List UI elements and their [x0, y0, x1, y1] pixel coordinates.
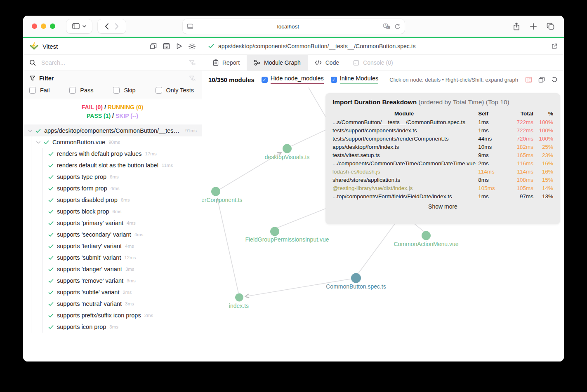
tab-module-graph[interactable]: Module Graph: [247, 55, 308, 70]
search-input[interactable]: [40, 59, 184, 66]
test-case-row[interactable]: supports 'tertiary' variant4ms: [42, 240, 202, 252]
test-case-row[interactable]: supports 'danger' variant3ms: [42, 263, 202, 275]
test-case-row[interactable]: supports form prop4ms: [42, 183, 202, 194]
module-node-label[interactable]: erComponent.ts: [202, 197, 243, 203]
test-case-duration: 3ms: [125, 267, 134, 272]
layout-icon[interactable]: [538, 77, 545, 83]
module-edge: [276, 207, 329, 228]
test-case-row[interactable]: renders default slot as the button label…: [42, 160, 202, 171]
run-all-icon[interactable]: [176, 43, 182, 49]
collapse-windows-icon[interactable]: [150, 43, 157, 49]
minimize-window-button[interactable]: [41, 23, 46, 29]
module-node-label[interactable]: CommonButton.spec.ts: [326, 283, 386, 290]
module-node[interactable]: [270, 227, 279, 236]
new-tab-icon[interactable]: [530, 23, 537, 30]
tab-console[interactable]: Console (0): [346, 55, 400, 70]
browser-sidebar-toggle[interactable]: [66, 19, 92, 33]
hide-node-modules-checkbox[interactable]: ✓ Hide node_modules: [262, 75, 324, 84]
translate-icon[interactable]: Ax: [383, 23, 390, 30]
tab-report[interactable]: Report: [206, 55, 247, 70]
test-case-duration: 6ms: [113, 209, 122, 214]
filter-pass-checkbox[interactable]: Pass: [69, 87, 93, 94]
page-icon[interactable]: [187, 23, 193, 29]
module-node[interactable]: [211, 187, 220, 196]
total-time: 97ms: [504, 192, 533, 200]
import-duration-row[interactable]: tests/vitest.setup.ts9ms165ms23%: [332, 151, 553, 159]
module-node-label[interactable]: desktopVisuals.ts: [265, 154, 310, 160]
test-case-name: supports 'subtle' variant: [57, 289, 119, 296]
test-case-row[interactable]: supports 'secondary' variant4ms: [42, 229, 202, 240]
reload-icon[interactable]: [394, 23, 401, 30]
tab-label: Console (0): [363, 59, 393, 66]
filter-skip-checkbox[interactable]: Skip: [113, 87, 135, 94]
import-duration-row[interactable]: tests/support/components/renderComponent…: [332, 134, 553, 143]
test-case-duration: 4ms: [127, 221, 136, 225]
test-case-row[interactable]: supports icon prop3ms: [42, 321, 202, 333]
test-case-row[interactable]: renders with default prop values17ms: [42, 148, 202, 160]
import-duration-row[interactable]: @testing-library/vue/dist/index.js105ms1…: [332, 184, 553, 192]
filter-fail-checkbox[interactable]: Fail: [29, 87, 50, 94]
module-graph-icon: [254, 59, 260, 66]
import-duration-row[interactable]: .../components/CommonDateTime/CommonDate…: [332, 159, 553, 167]
module-node-label[interactable]: CommonActionMenu.vue: [394, 241, 458, 247]
test-case-name: supports 'neutral' variant: [57, 300, 122, 307]
module-node[interactable]: [351, 273, 361, 283]
reset-graph-icon[interactable]: [551, 76, 558, 83]
dashboard-icon[interactable]: [163, 43, 170, 49]
test-case-row[interactable]: supports 'remove' variant3ms: [42, 275, 202, 286]
clear-filter-icon[interactable]: [189, 60, 196, 66]
inline-modules-checkbox[interactable]: ✓ Inline Modules: [331, 75, 379, 84]
pass-check-icon: [48, 256, 54, 260]
total-percent: 13%: [533, 192, 553, 200]
total-time: 114ms: [504, 167, 533, 176]
back-button[interactable]: [105, 23, 109, 30]
clear-filter-icon[interactable]: [189, 75, 196, 81]
report-icon: [213, 59, 219, 66]
tab-code[interactable]: Code: [308, 55, 346, 70]
module-node[interactable]: [283, 144, 292, 153]
filter-only-tests-checkbox[interactable]: Only Tests: [156, 87, 194, 94]
chevron-down-icon[interactable]: [28, 129, 32, 132]
app-title: Vitest: [42, 43, 58, 50]
import-duration-row[interactable]: ...top/components/Form/fields/FieldDate/…: [332, 192, 553, 200]
test-case-row[interactable]: supports block prop6ms: [42, 206, 202, 217]
test-case-row[interactable]: supports type prop6ms: [42, 171, 202, 183]
test-suite-row[interactable]: CommonButton.vue 90ms: [31, 136, 202, 148]
browser-window: localhost Ax Vitest: [23, 16, 564, 361]
url-text[interactable]: localhost: [193, 23, 383, 30]
address-bar[interactable]: localhost Ax: [183, 19, 405, 34]
import-duration-row[interactable]: apps/desktop/form/index.ts10ms182ms25%: [332, 143, 553, 151]
module-node[interactable]: [235, 293, 243, 302]
import-duration-row[interactable]: tests/support/components/index.ts1ms722m…: [332, 126, 553, 134]
total-percent: 100%: [533, 118, 553, 126]
import-duration-row[interactable]: lodash-es/lodash.js114ms114ms16%: [332, 167, 553, 176]
theme-toggle-icon[interactable]: [189, 43, 196, 50]
share-icon[interactable]: [513, 22, 520, 31]
test-case-row[interactable]: supports prefix/suffix icon props2ms: [42, 310, 202, 321]
chevron-down-icon[interactable]: [36, 141, 40, 144]
show-more-button[interactable]: Show more: [332, 203, 553, 210]
open-external-icon[interactable]: [551, 43, 558, 49]
column-header-self: Self: [476, 110, 504, 118]
import-duration-row[interactable]: shared/stores/application.ts8ms108ms15%: [332, 176, 553, 184]
forward-button[interactable]: [115, 23, 119, 30]
legend-icon[interactable]: [525, 77, 532, 83]
tab-label: Module Graph: [264, 59, 301, 66]
close-window-button[interactable]: [32, 23, 37, 29]
test-case-duration: 6ms: [110, 174, 119, 179]
test-case-row[interactable]: supports 'neutral' variant3ms: [42, 298, 202, 310]
test-case-row[interactable]: supports 'primary' variant4ms: [42, 217, 202, 229]
test-case-row[interactable]: supports disabled prop6ms: [42, 194, 202, 206]
zoom-window-button[interactable]: [50, 23, 55, 29]
module-node-label[interactable]: FieldGroupPermissionsInput.vue: [245, 236, 329, 243]
pass-check-icon: [48, 221, 54, 225]
test-case-duration: 4ms: [125, 244, 134, 249]
test-case-row[interactable]: supports 'submit' variant12ms: [42, 252, 202, 263]
import-duration-row[interactable]: ...s/CommonButton/__tests__/CommonButton…: [332, 118, 553, 126]
tab-overview-icon[interactable]: [547, 23, 555, 30]
test-file-row[interactable]: apps/desktop/components/CommonButton/__t…: [23, 125, 202, 136]
test-case-name: supports disabled prop: [57, 197, 118, 203]
module-node[interactable]: [422, 231, 431, 240]
module-node-label[interactable]: index.ts: [229, 303, 249, 309]
test-case-row[interactable]: supports 'subtle' variant2ms: [42, 286, 202, 298]
